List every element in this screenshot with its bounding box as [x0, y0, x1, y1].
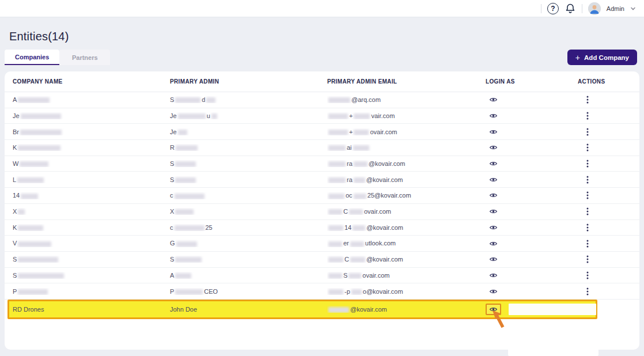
login-as-cell — [486, 174, 578, 185]
redacted-text — [175, 225, 204, 231]
cell-text: 14 — [344, 224, 351, 231]
column-header: COMPANY NAME — [13, 78, 170, 85]
redacted-text — [328, 307, 349, 313]
login-as-eye-icon[interactable] — [486, 94, 501, 105]
login-as-eye-icon[interactable] — [486, 206, 501, 217]
primary-admin-cell: c25 — [170, 224, 327, 231]
company-name-cell: S — [13, 256, 170, 263]
cell-text: C — [343, 208, 348, 215]
login-as-eye-icon[interactable] — [486, 110, 501, 122]
login-as-eye-icon[interactable] — [486, 238, 501, 249]
chevron-down-icon[interactable] — [630, 6, 636, 12]
company-name-cell: L — [13, 176, 170, 183]
row-actions-kebab-icon[interactable] — [583, 254, 592, 264]
primary-admin-cell: G — [170, 240, 327, 247]
row-actions-kebab-icon[interactable] — [583, 238, 592, 249]
row-actions-kebab-icon[interactable] — [583, 270, 592, 281]
cell-text: X — [13, 208, 17, 215]
login-as-eye-icon[interactable] — [486, 253, 501, 265]
cell-text: K — [13, 144, 17, 151]
login-as-eye-icon[interactable] — [486, 158, 501, 169]
cell-text: ra — [347, 160, 353, 167]
redacted-text — [328, 257, 343, 263]
cell-text: -p — [344, 288, 350, 295]
redacted-text — [175, 177, 196, 183]
login-as-eye-icon[interactable] — [486, 174, 501, 185]
company-name-cell: S — [13, 272, 170, 279]
cell-text: W — [13, 160, 18, 167]
admin-user-label[interactable]: Admin — [607, 5, 624, 12]
redacted-text — [328, 177, 346, 183]
tab-partners[interactable]: Partners — [59, 50, 110, 65]
table-row-highlighted: RD DronesJohn Doe@kovair.com — [5, 300, 639, 319]
login-as-cell — [486, 206, 578, 217]
login-as-cell — [486, 270, 578, 281]
redacted-text — [175, 97, 200, 103]
row-actions-kebab-icon[interactable] — [583, 158, 592, 169]
column-header: ACTIONS — [578, 78, 631, 85]
login-as-cell — [486, 222, 578, 233]
login-as-eye-icon[interactable] — [486, 126, 501, 138]
cell-text: Je — [170, 112, 177, 119]
login-as-eye-icon[interactable] — [486, 142, 501, 153]
login-as-eye-icon[interactable] — [486, 286, 501, 297]
row-actions-kebab-icon[interactable] — [583, 111, 592, 121]
redacted-text — [178, 130, 187, 135]
redacted-text — [178, 113, 206, 119]
row-actions-kebab-icon[interactable] — [583, 127, 592, 137]
login-as-eye-icon[interactable] — [486, 222, 501, 233]
company-name-cell: A — [13, 96, 170, 103]
page-title: Entities(14) — [9, 30, 69, 43]
redacted-text — [21, 113, 61, 119]
redaction-overlay — [508, 348, 598, 356]
row-actions-kebab-icon[interactable] — [583, 206, 592, 217]
login-as-eye-icon[interactable] — [486, 190, 501, 201]
row-actions-kebab-icon[interactable] — [583, 190, 592, 200]
primary-admin-cell: X — [170, 208, 327, 215]
actions-cell — [578, 238, 631, 249]
table-row: SSC@kovair.com — [5, 252, 639, 268]
redacted-text — [328, 113, 348, 119]
cell-text: + — [349, 128, 353, 135]
login-as-cell — [486, 126, 578, 138]
primary-admin-cell: c — [170, 192, 327, 199]
tab-companies[interactable]: Companies — [5, 50, 59, 65]
primary-admin-email-cell: oc25@kovair.com — [327, 192, 486, 199]
row-actions-kebab-icon[interactable] — [583, 142, 592, 153]
company-name-cell: V — [13, 240, 170, 247]
redacted-text — [354, 194, 366, 199]
redacted-text — [348, 273, 361, 279]
redacted-text — [351, 289, 362, 295]
company-name-cell: Je — [13, 112, 170, 119]
cell-text: CEO — [204, 288, 218, 295]
avatar[interactable] — [588, 2, 601, 15]
login-as-eye-icon[interactable] — [486, 270, 501, 281]
redacted-text — [20, 130, 62, 135]
redacted-text — [175, 209, 194, 215]
login-as-cell — [486, 238, 578, 249]
row-actions-kebab-icon[interactable] — [583, 94, 592, 105]
cell-text: Br — [13, 128, 19, 135]
cell-text: u — [207, 112, 210, 119]
cell-text: L — [13, 176, 16, 183]
row-actions-kebab-icon[interactable] — [583, 175, 592, 185]
help-icon[interactable]: ? — [547, 3, 559, 14]
cell-text: @arq.com — [351, 96, 381, 103]
redacted-text — [328, 145, 346, 151]
add-company-button[interactable]: + Add Company — [567, 50, 637, 65]
notifications-bell-icon[interactable] — [565, 3, 576, 14]
redacted-text — [18, 273, 64, 279]
row-actions-kebab-icon[interactable] — [583, 222, 592, 233]
row-actions-kebab-icon[interactable] — [583, 286, 592, 297]
table-row: Kc2514@kovair.com — [5, 220, 639, 236]
redacted-text — [18, 289, 48, 295]
company-name-cell: P — [13, 288, 170, 295]
cell-text: S — [170, 256, 174, 263]
redacted-text — [328, 289, 343, 295]
cell-text: 14 — [13, 192, 20, 199]
table-row: 14coc25@kovair.com — [5, 188, 639, 204]
redacted-text — [18, 257, 58, 263]
table-row: LSra@kovair.com — [5, 172, 639, 188]
table-row: BrJe+ovair.com — [5, 124, 639, 140]
cell-text: RD Drones — [13, 306, 44, 313]
